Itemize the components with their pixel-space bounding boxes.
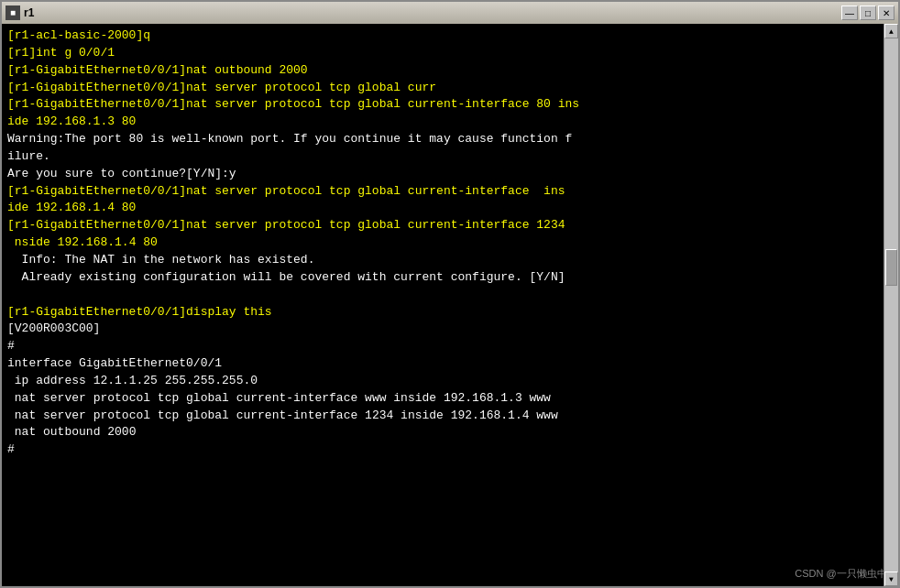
terminal-output: [r1-acl-basic-2000]q [r1]int g 0/0/1 [r1…: [7, 27, 893, 459]
window-title: r1: [24, 6, 34, 19]
window-controls: — □ ✕: [841, 5, 895, 20]
terminal-line: nside 192.168.1.4 80: [7, 235, 158, 249]
terminal-line: #: [7, 339, 15, 353]
scrollbar-thumb[interactable]: [885, 249, 897, 286]
terminal-window: ■ r1 — □ ✕ [r1-acl-basic-2000]q [r1]int …: [0, 0, 900, 588]
terminal-line: Info: The NAT in the network has existed…: [7, 253, 314, 267]
terminal-line: ip address 12.1.1.25 255.255.255.0: [7, 374, 258, 387]
minimize-button[interactable]: —: [841, 5, 858, 20]
title-bar-left: ■ r1: [5, 5, 34, 20]
terminal-line: [r1]int g 0/0/1: [7, 46, 115, 60]
terminal-line: [r1-GigabitEthernet0/0/1]nat server prot…: [7, 81, 436, 94]
title-bar: ■ r1 — □ ✕: [2, 2, 898, 24]
terminal-line: Already existing configuration will be c…: [7, 270, 565, 284]
terminal-line: [r1-GigabitEthernet0/0/1]display this: [7, 305, 272, 319]
terminal-line: nat server protocol tcp global current-i…: [7, 391, 551, 405]
terminal-line: #: [7, 442, 15, 456]
terminal-line: [r1-acl-basic-2000]q: [7, 28, 150, 42]
terminal-line: nat server protocol tcp global current-i…: [7, 408, 558, 422]
maximize-button[interactable]: □: [860, 5, 876, 20]
terminal-line: nat outbound 2000: [7, 425, 136, 439]
app-icon: ■: [5, 5, 20, 20]
terminal-line: [r1-GigabitEthernet0/0/1]nat server prot…: [7, 218, 565, 232]
terminal-line: [r1-GigabitEthernet0/0/1]nat server prot…: [7, 97, 579, 111]
terminal-area: [r1-acl-basic-2000]q [r1]int g 0/0/1 [r1…: [2, 24, 898, 586]
terminal-line: ilure.: [7, 149, 50, 163]
watermark: CSDN @一只懒虫中*: [795, 567, 891, 581]
terminal-line: [r1-GigabitEthernet0/0/1]nat outbound 20…: [7, 63, 308, 77]
terminal-line: Warning:The port 80 is well-known port. …: [7, 132, 572, 146]
close-button[interactable]: ✕: [878, 5, 895, 20]
terminal-line: Are you sure to continue?[Y/N]:y: [7, 167, 236, 180]
terminal-line: interface GigabitEthernet0/0/1: [7, 356, 222, 370]
terminal-line: [V200R003C00]: [7, 321, 100, 335]
scrollbar-down-button[interactable]: ▼: [884, 572, 898, 586]
terminal-line: ide 192.168.1.4 80: [7, 201, 136, 214]
scrollbar[interactable]: ▲ ▼: [884, 24, 898, 586]
scrollbar-up-button[interactable]: ▲: [884, 24, 898, 38]
terminal-line: [r1-GigabitEthernet0/0/1]nat server prot…: [7, 184, 565, 198]
terminal-line: ide 192.168.1.3 80: [7, 114, 136, 128]
